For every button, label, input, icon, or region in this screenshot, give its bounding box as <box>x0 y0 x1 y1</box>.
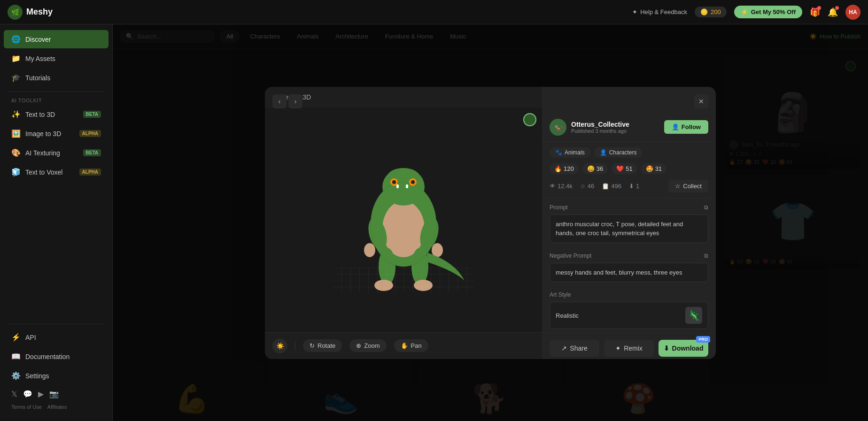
modal-left-panel: ◇ Text to 3D <box>265 87 542 359</box>
sidebar-item-image-to-3d[interactable]: 🖼️ Image to 3D ALPHA <box>4 124 108 143</box>
modal-close-button[interactable]: ✕ <box>694 94 708 108</box>
sidebar-item-my-assets[interactable]: 📁 My Assets <box>4 49 108 68</box>
sidebar-item-settings[interactable]: ⚙️ Settings <box>4 367 108 385</box>
documentation-icon: 📖 <box>11 352 21 361</box>
modal-author-time: Published 3 months ago <box>571 128 659 134</box>
art-style-label: Art Style <box>550 291 708 298</box>
modal-reactions: 🔥 120 😄 36 ❤️ 51 🤩 31 <box>542 163 716 180</box>
get-off-button[interactable]: ⚡ Get My 50% Off <box>734 6 802 18</box>
sidebar-divider <box>8 92 105 92</box>
negative-prompt-section: Negative Prompt ⧉ messy hands and feet, … <box>542 247 716 286</box>
logo-text: Meshy <box>26 7 53 17</box>
gift-dot <box>817 6 821 10</box>
reaction-wow[interactable]: 🤩 31 <box>641 163 666 174</box>
sidebar-item-discover[interactable]: 🌐 Discover <box>4 30 108 48</box>
modal-author-name: Otterus_Collective <box>571 121 659 128</box>
pan-button[interactable]: ✋ Pan <box>394 339 428 352</box>
modal-navigation: ‹ › <box>272 94 302 108</box>
light-toggle-button[interactable]: ☀️ <box>272 338 287 353</box>
follow-button[interactable]: 👤 Follow <box>664 120 708 134</box>
help-icon: ✦ <box>632 8 637 15</box>
sidebar-item-documentation[interactable]: 📖 Documentation <box>4 347 108 366</box>
affiliates-link[interactable]: Affiliates <box>47 404 67 410</box>
follow-icon: 👤 <box>672 123 679 130</box>
ai-toolkit-label: AI Toolkit <box>0 96 112 105</box>
gift-icon[interactable]: 🎁 <box>810 7 820 17</box>
zoom-button[interactable]: ⊕ Zoom <box>349 339 386 352</box>
text-to-3d-icon: ✨ <box>11 110 21 119</box>
art-style-thumbnail: 🦎 <box>685 307 702 324</box>
stars-icon: ☆ <box>580 183 586 190</box>
modal-tags: 🐾 Animals 👤 Characters <box>542 142 716 163</box>
terms-link[interactable]: Terms of Use <box>11 404 42 410</box>
modal-prev-button[interactable]: ‹ <box>272 94 287 108</box>
youtube-icon[interactable]: ▶ <box>38 390 44 398</box>
rotate-icon: ↻ <box>310 342 315 349</box>
ai-texturing-badge: BETA <box>83 149 101 156</box>
share-button[interactable]: ↗ Share <box>550 340 599 357</box>
text-to-voxel-icon: 🧊 <box>11 168 21 176</box>
help-feedback-button[interactable]: ✦ Help & Feedback <box>632 8 687 15</box>
stat-downloads: ⬇ 1 <box>629 183 639 190</box>
negative-prompt-text: messy hands and feet, blurry mess, three… <box>550 263 708 283</box>
modal-right-panel: 🦦 Otterus_Collective Published 3 months … <box>542 87 716 359</box>
sidebar-item-text-to-voxel[interactable]: 🧊 Text to Voxel ALPHA <box>4 163 108 181</box>
sidebar: 🌐 Discover 📁 My Assets 🎓 Tutorials AI To… <box>0 24 113 421</box>
sidebar-item-api[interactable]: ⚡ API <box>4 328 108 346</box>
reaction-happy[interactable]: 😄 36 <box>582 163 608 174</box>
share-icon: ↗ <box>561 344 567 352</box>
sidebar-item-text-to-3d[interactable]: ✨ Text to 3D BETA <box>4 105 108 123</box>
text-to-3d-badge: BETA <box>83 111 101 118</box>
logo-area: 🌿 Meshy <box>8 5 53 20</box>
tag-characters[interactable]: 👤 Characters <box>594 147 643 158</box>
notification-dot <box>835 6 839 10</box>
remix-button[interactable]: ✦ Remix <box>604 340 654 357</box>
credits-badge[interactable]: 🪙 200 <box>695 7 727 17</box>
main-layout: 🌐 Discover 📁 My Assets 🎓 Tutorials AI To… <box>0 24 868 421</box>
notifications-bell-icon[interactable]: 🔔 <box>828 7 838 17</box>
modal-mode-header: ◇ Text to 3D <box>265 87 542 107</box>
sidebar-bottom: ⚡ API 📖 Documentation ⚙️ Settings 𝕏 💬 ▶ … <box>0 316 112 415</box>
controls-divider <box>295 341 295 351</box>
modal-author-info: Otterus_Collective Published 3 months ag… <box>571 121 659 134</box>
pan-icon: ✋ <box>401 342 408 349</box>
pro-badge: PRO <box>696 336 710 343</box>
tag-animals[interactable]: 🐾 Animals <box>550 147 590 158</box>
art-style-box: Realistic 🦎 <box>550 302 708 329</box>
discord-icon[interactable]: 💬 <box>23 390 32 398</box>
copy-negative-prompt-icon[interactable]: ⧉ <box>704 253 708 259</box>
sidebar-divider-2 <box>8 324 105 324</box>
negative-prompt-label: Negative Prompt ⧉ <box>550 253 708 259</box>
modal-next-button[interactable]: › <box>288 94 302 108</box>
user-avatar[interactable]: HA <box>845 5 860 20</box>
image-to-3d-icon: 🖼️ <box>11 129 21 138</box>
image-to-3d-badge: ALPHA <box>79 130 101 137</box>
copy-prompt-icon[interactable]: ⧉ <box>704 204 708 211</box>
modal-stats: 👁 12.4k ☆ 46 📋 496 ⬇ 1 <box>542 180 716 199</box>
downloads-icon: ⬇ <box>629 183 634 190</box>
reaction-heart[interactable]: ❤️ 51 <box>612 163 637 174</box>
collect-button[interactable]: ☆ Collect <box>668 180 708 192</box>
sidebar-item-tutorials[interactable]: 🎓 Tutorials <box>4 69 108 87</box>
reaction-fire[interactable]: 🔥 120 <box>550 163 579 174</box>
tutorials-icon: 🎓 <box>11 73 21 82</box>
wow-emoji: 🤩 <box>646 165 653 172</box>
lightning-icon: ⚡ <box>741 8 748 15</box>
modal-dialog: ‹ › ✕ ◇ Text to 3D <box>265 87 716 359</box>
settings-icon: ⚙️ <box>11 371 21 380</box>
fire-emoji: 🔥 <box>554 165 562 172</box>
rotate-button[interactable]: ↻ Rotate <box>303 339 342 352</box>
modal-3d-viewer[interactable] <box>265 107 542 332</box>
my-assets-icon: 📁 <box>11 54 21 63</box>
twitter-icon[interactable]: 𝕏 <box>11 390 17 398</box>
content-area: 🔍 Search... All Characters Animals Archi… <box>113 24 868 421</box>
instagram-icon[interactable]: 📷 <box>49 390 59 398</box>
api-icon: ⚡ <box>11 333 21 342</box>
svg-point-11 <box>364 243 375 257</box>
sidebar-item-ai-texturing[interactable]: 🎨 AI Texturing BETA <box>4 144 108 162</box>
happy-emoji: 😄 <box>587 165 595 172</box>
discover-icon: 🌐 <box>11 35 21 44</box>
prompt-section: Prompt ⧉ anthro muscular croc, T pose, d… <box>542 199 716 247</box>
download-button[interactable]: PRO ⬇ Download <box>659 340 708 357</box>
stat-stars: ☆ 46 <box>580 183 594 190</box>
